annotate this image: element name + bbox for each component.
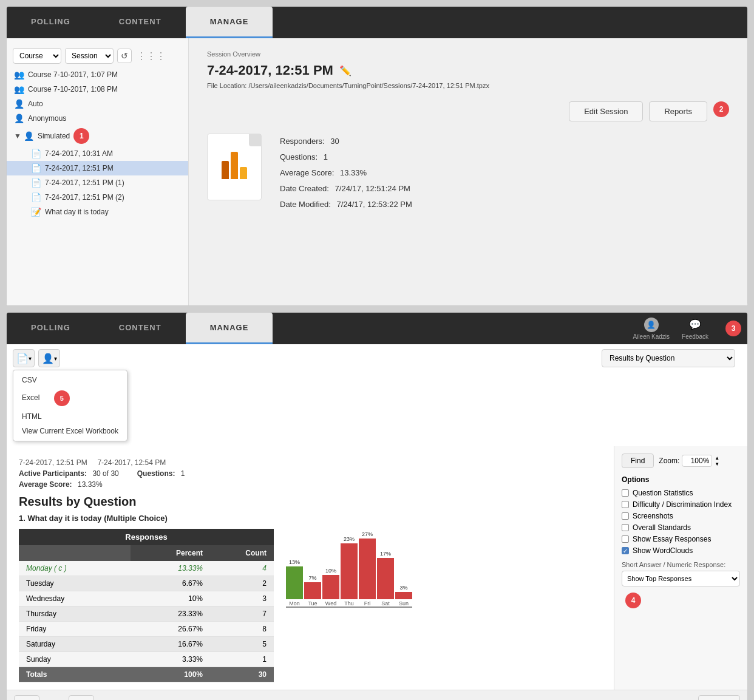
active-participants: Active Participants: 30 of 30 bbox=[19, 469, 119, 478]
row-count: 3 bbox=[210, 591, 274, 607]
user-profile-nav[interactable]: 👤 Aileen Kadzis bbox=[633, 318, 670, 340]
edit-pencil-icon[interactable]: ✏️ bbox=[339, 65, 352, 76]
row-label: Wednesday bbox=[19, 591, 131, 607]
responses-table: Responses Percent Count Monday ( c ) 13.… bbox=[19, 529, 274, 682]
questions-row: Questions: 1 bbox=[280, 149, 412, 165]
checkbox-difficulty[interactable] bbox=[622, 501, 629, 508]
tab-manage[interactable]: MANAGE bbox=[186, 7, 273, 38]
dropdown-excel[interactable]: Excel 5 bbox=[13, 387, 127, 409]
refresh-button[interactable]: ↺ bbox=[117, 49, 132, 63]
checkbox-screenshots[interactable] bbox=[622, 512, 629, 520]
chart-bar-3 bbox=[240, 167, 247, 179]
sidebar-item-session1[interactable]: 📄 7-24-2017, 10:31 AM bbox=[7, 146, 188, 161]
prev-question-button[interactable]: ‹ bbox=[14, 695, 39, 700]
grip-icon: ⋮⋮⋮ bbox=[137, 50, 166, 62]
find-button[interactable]: Find bbox=[622, 454, 654, 468]
zoom-up-icon[interactable]: ▲ bbox=[715, 455, 719, 461]
feedback-nav[interactable]: 💬 Feedback bbox=[682, 318, 708, 340]
session-title-row: 7-24-2017, 12:51 PM ✏️ bbox=[207, 63, 729, 78]
tab-polling[interactable]: POLLING bbox=[7, 7, 95, 38]
dropdown-csv[interactable]: CSV bbox=[13, 373, 127, 387]
user-export-button[interactable]: 👤▾ bbox=[38, 349, 60, 367]
sidebar-controls: Course Session ↺ ⋮⋮⋮ bbox=[7, 44, 188, 67]
sidebar-item-course1[interactable]: 👥 Course 7-10-2017, 1:07 PM bbox=[7, 67, 188, 82]
tab2-content[interactable]: CONTENT bbox=[95, 313, 186, 344]
feedback-icon: 💬 bbox=[688, 318, 702, 332]
row-pct: 16.67% bbox=[131, 637, 210, 652]
date-created-row: Date Created: 7/24/17, 12:51:24 PM bbox=[280, 181, 412, 197]
checkbox-show-wordclouds[interactable]: ✓ bbox=[622, 547, 629, 554]
callout-1: 1 bbox=[73, 128, 89, 144]
sidebar-item-session5[interactable]: 📝 What day it is today bbox=[7, 205, 188, 219]
tab2-manage[interactable]: MANAGE bbox=[186, 313, 273, 344]
zoom-input[interactable] bbox=[682, 455, 712, 467]
short-answer-section: Short Answer / Numeric Response: Show To… bbox=[622, 561, 740, 586]
session-icon-2: 📄 bbox=[31, 163, 41, 173]
row-label: Tuesday bbox=[19, 576, 131, 591]
chart-pct-label: 13% bbox=[289, 559, 300, 565]
user-icon-auto: 👤 bbox=[14, 99, 24, 109]
session-icon-5: 📝 bbox=[31, 207, 41, 217]
close-button[interactable]: Close bbox=[698, 695, 740, 700]
row-count: 2 bbox=[210, 576, 274, 591]
row-label: Monday ( c ) bbox=[19, 561, 131, 576]
sidebar-item-session2[interactable]: 📄 7-24-2017, 12:51 PM bbox=[7, 161, 188, 175]
user-icon-simulated: 👤 bbox=[24, 131, 34, 141]
chart-bar bbox=[341, 543, 358, 599]
dropdown-html[interactable]: HTML bbox=[13, 409, 127, 424]
option-difficulty: Difficulty / Discrimination Index bbox=[622, 500, 740, 509]
session-icon-4: 📄 bbox=[31, 192, 41, 202]
chart-bar-group: 23% Thu bbox=[341, 536, 358, 607]
chart-pct-label: 17% bbox=[380, 551, 391, 557]
chart-bar-group: 27% Fri bbox=[359, 531, 376, 607]
short-answer-label: Short Answer / Numeric Response: bbox=[622, 561, 740, 568]
sidebar-item-simulated[interactable]: ▼ 👤 Simulated 1 bbox=[7, 126, 188, 146]
short-answer-select[interactable]: Show Top Responses Show All Responses bbox=[622, 571, 740, 586]
sidebar-item-session3[interactable]: 📄 7-24-2017, 12:51 PM (1) bbox=[7, 175, 188, 190]
user-group-icon-2: 👥 bbox=[14, 84, 24, 94]
panel-1: POLLING CONTENT MANAGE Course Session ↺ … bbox=[6, 6, 748, 306]
option-show-wordclouds: ✓ Show WordClouds bbox=[622, 546, 740, 555]
panel2-right-options: Find Zoom: ▲ ▼ Options Question Statisti… bbox=[614, 446, 747, 690]
user-group-icon: 👥 bbox=[14, 70, 24, 80]
row-count: 30 bbox=[210, 667, 274, 682]
chart-bar-label: Tue bbox=[308, 600, 317, 607]
sidebar: Course Session ↺ ⋮⋮⋮ 👥 Course 7-10-2017,… bbox=[7, 38, 189, 305]
chart-bar-2 bbox=[231, 152, 238, 179]
chart-bar-group: 3% Sun bbox=[395, 585, 412, 607]
tab2-polling[interactable]: POLLING bbox=[7, 313, 95, 344]
zoom-stepper[interactable]: ▲ ▼ bbox=[715, 455, 719, 467]
edit-session-button[interactable]: Edit Session bbox=[569, 101, 643, 121]
export-file-button[interactable]: 📄▾ bbox=[13, 349, 35, 367]
reports-button[interactable]: Reports bbox=[649, 101, 707, 121]
chart-bar-1 bbox=[222, 161, 229, 179]
course-select[interactable]: Course bbox=[13, 48, 61, 64]
sidebar-item-anonymous[interactable]: 👤 Anonymous bbox=[7, 111, 188, 126]
dropdown-view-excel[interactable]: View Current Excel Workbook bbox=[13, 424, 127, 438]
sidebar-item-session4[interactable]: 📄 7-24-2017, 12:51 PM (2) bbox=[7, 190, 188, 205]
checkbox-question-stats[interactable] bbox=[622, 489, 629, 497]
row-pct: 26.67% bbox=[131, 622, 210, 637]
table-row: Friday 26.67% 8 bbox=[19, 622, 274, 637]
chart-bar-label: Wed bbox=[325, 600, 336, 607]
file-location: File Location: /Users/aileenkadzis/Docum… bbox=[207, 82, 729, 89]
tab-content[interactable]: CONTENT bbox=[95, 7, 186, 38]
chart-bar-group: 7% Tue bbox=[304, 575, 321, 607]
questions-count: Questions: 1 bbox=[137, 469, 185, 478]
checkbox-overall-standards[interactable] bbox=[622, 524, 629, 531]
row-count: 1 bbox=[210, 652, 274, 667]
bar-chart-area: 13% Mon 7% Tue 10% Wed 23% Thu 27% Fri 1… bbox=[286, 547, 412, 608]
checkbox-show-essay[interactable] bbox=[622, 535, 629, 543]
session-select[interactable]: Session bbox=[65, 48, 114, 64]
session-overview-panel: Session Overview 7-24-2017, 12:51 PM ✏️ … bbox=[189, 38, 747, 305]
next-question-button[interactable]: › bbox=[69, 695, 94, 700]
sidebar-item-auto[interactable]: 👤 Auto bbox=[7, 97, 188, 111]
table-row: Sunday 3.33% 1 bbox=[19, 652, 274, 667]
export-dropdown-menu: CSV Excel 5 HTML View Current Excel Work… bbox=[13, 370, 127, 441]
session-title: 7-24-2017, 12:51 PM bbox=[207, 63, 333, 78]
zoom-down-icon[interactable]: ▼ bbox=[715, 461, 719, 467]
sidebar-item-course2[interactable]: 👥 Course 7-10-2017, 1:08 PM bbox=[7, 82, 188, 97]
panel2-main: 7-24-2017, 12:51 PM 7-24-2017, 12:54 PM … bbox=[7, 446, 614, 690]
table-row: Wednesday 10% 3 bbox=[19, 591, 274, 607]
results-by-question-select[interactable]: Results by Question bbox=[602, 349, 735, 367]
